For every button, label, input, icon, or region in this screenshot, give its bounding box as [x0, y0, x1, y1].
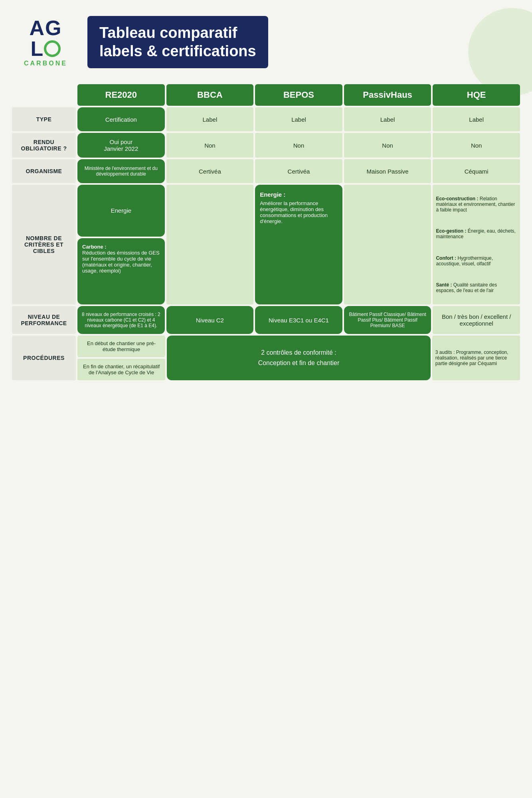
criteres-hqe: Eco-construction : Relation matériaux et…: [433, 185, 520, 304]
hqe-sante: Santé : Qualité sanitaire des espaces, d…: [436, 282, 517, 293]
col-header-hqe: HQE: [433, 84, 520, 106]
niveau-label: NIVEAU DE PERFORMANCE: [12, 306, 76, 334]
criteres-row: NOMBRE DE CRITÈRES ET CIBLES Energie Car…: [12, 185, 520, 304]
type-hqe: Label: [433, 107, 520, 131]
niveau-bepos: Niveau E3C1 ou E4C1: [255, 306, 342, 334]
organisme-bepos: Certivéa: [255, 159, 342, 183]
procedures-re2020-debut: En début de chantier une pré-étude therm…: [77, 336, 165, 357]
niveau-row: NIVEAU DE PERFORMANCE 8 niveaux de perfo…: [12, 306, 520, 334]
col-header-passivhaus: PassivHaus: [344, 84, 431, 106]
criteres-label: NOMBRE DE CRITÈRES ET CIBLES: [12, 185, 76, 304]
main-title: Tableau comparatif labels & certificatio…: [87, 16, 268, 68]
organisme-hqe: Céquami: [433, 159, 520, 183]
rendu-label: RENDU OBLIGATOIRE ?: [12, 133, 76, 158]
niveau-hqe: Bon / très bon / excellent / exceptionne…: [433, 306, 520, 334]
procedures-re2020: En début de chantier une pré-étude therm…: [77, 336, 165, 380]
criteres-re2020-carbone: Carbone : Réduction des émissions de GES…: [77, 238, 165, 305]
comparison-table: RE2020 BBCA BEPOS PassivHaus HQE TYPE Ce…: [0, 80, 532, 398]
type-row: TYPE Certification Label Label Label Lab…: [12, 107, 520, 131]
niveau-passivhaus: Bâtiment Passif Classique/ Bâtiment Pass…: [344, 306, 431, 334]
type-re2020: Certification: [77, 107, 165, 131]
logo: AG L CARBONE: [24, 18, 67, 67]
rendu-bbca: Non: [166, 133, 254, 158]
procedures-hqe: 3 audits : Programme, conception, réalis…: [432, 336, 520, 380]
type-bepos: Label: [255, 107, 342, 131]
organisme-row: ORGANISME Ministère de l'environnement e…: [12, 159, 520, 183]
criteres-passivhaus: [344, 185, 431, 304]
type-label: TYPE: [12, 107, 76, 131]
empty-header: [12, 84, 76, 106]
logo-l-text: L: [31, 38, 44, 59]
criteres-re2020-energie: Energie: [77, 185, 165, 236]
col-header-bepos: BEPOS: [255, 84, 342, 106]
organisme-passivhaus: Maison Passive: [344, 159, 431, 183]
organisme-re2020: Ministère de l'environnement et du dével…: [77, 159, 165, 183]
rendu-bepos: Non: [255, 133, 342, 158]
hqe-confort: Confort : Hygrothermique, acoustique, vi…: [436, 255, 517, 267]
organisme-bbca: Certivéa: [166, 159, 254, 183]
procedures-row: PROCÉDURES En début de chantier une pré-…: [12, 336, 520, 380]
procedures-label: PROCÉDURES: [12, 336, 76, 380]
col-header-bbca: BBCA: [166, 84, 254, 106]
hqe-eco-gestion: Eco-gestion : Énergie, eau, déchets, mai…: [436, 228, 517, 239]
column-headers: RE2020 BBCA BEPOS PassivHaus HQE: [12, 84, 520, 106]
rendu-row: RENDU OBLIGATOIRE ? Oui pour Janvier 202…: [12, 133, 520, 158]
criteres-bepos: Energie : Améliorer la performance énerg…: [255, 185, 342, 304]
niveau-re2020: 8 niveaux de performance croisés : 2 niv…: [77, 306, 165, 334]
type-bbca: Label: [166, 107, 254, 131]
logo-carbone-text: CARBONE: [24, 60, 67, 67]
type-passivhaus: Label: [344, 107, 431, 131]
rendu-passivhaus: Non: [344, 133, 431, 158]
criteres-bbca: [166, 185, 254, 304]
logo-ag-text: AG: [29, 18, 62, 38]
rendu-hqe: Non: [433, 133, 520, 158]
col-header-re2020: RE2020: [77, 84, 165, 106]
procedures-bbca-bepos-passiv: 2 contrôles de conformité : Conception e…: [167, 336, 431, 380]
header: AG L CARBONE Tableau comparatif labels &…: [0, 0, 532, 80]
criteres-re2020: Energie Carbone : Réduction des émission…: [77, 185, 165, 304]
niveau-bbca: Niveau C2: [166, 306, 254, 334]
procedures-re2020-fin: En fin de chantier, un récapitulatif de …: [77, 359, 165, 380]
logo-o-icon: [44, 40, 61, 57]
organisme-label: ORGANISME: [12, 159, 76, 183]
hqe-eco-construction: Eco-construction : Relation matériaux et…: [436, 196, 517, 213]
rendu-re2020: Oui pour Janvier 2022: [77, 133, 165, 158]
